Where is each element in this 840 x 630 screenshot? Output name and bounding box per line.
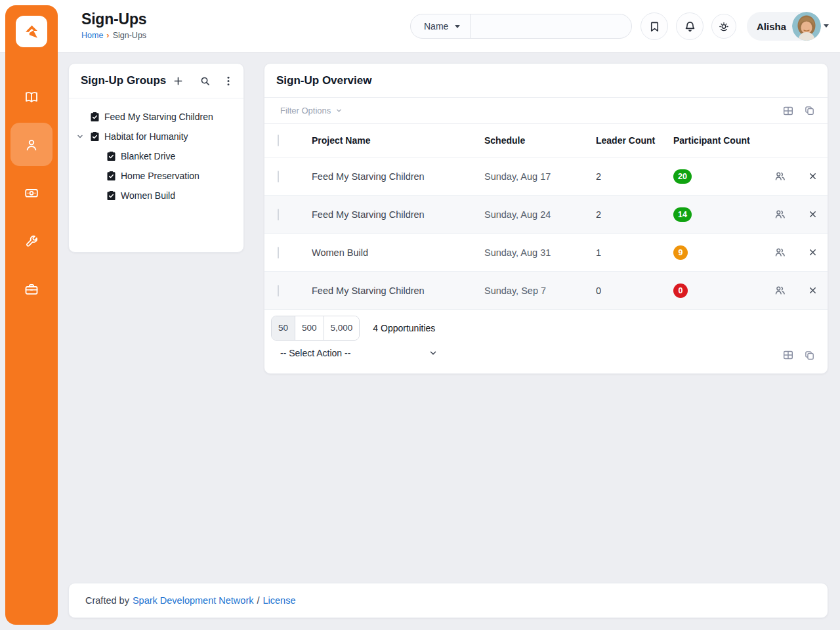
tree-item[interactable]: Feed My Starving Children — [69, 107, 243, 127]
grid-layout-icon — [783, 106, 793, 116]
delete-row-button[interactable] — [796, 171, 829, 181]
rock-logo-icon — [22, 22, 41, 41]
overview-header: Sign-Up Overview — [264, 64, 828, 98]
column-header-participants[interactable]: Participant Count — [673, 135, 763, 146]
clipboard-check-icon — [90, 131, 100, 142]
column-header-schedule[interactable]: Schedule — [484, 135, 596, 146]
tree-expand-toggle[interactable] — [76, 133, 90, 140]
delete-row-button[interactable] — [796, 209, 829, 219]
wrench-icon — [24, 234, 39, 249]
clipboard-check-icon — [106, 151, 116, 161]
sidebar-item-work[interactable] — [24, 282, 39, 297]
delete-row-button[interactable] — [796, 247, 829, 257]
tree-item[interactable]: Habitat for Humanity — [69, 127, 243, 146]
tree-item-label: Women Build — [121, 190, 175, 201]
clipboard-check-icon — [106, 190, 116, 201]
bookmark-button[interactable] — [640, 12, 668, 40]
page-footer: Crafted by Spark Development Network / L… — [68, 583, 828, 618]
page-size-button-5000[interactable]: 5,000 — [324, 316, 360, 340]
page-size-group: 50 500 5,000 — [271, 316, 360, 341]
select-all-checkbox[interactable] — [278, 135, 279, 146]
people-icon — [774, 247, 786, 258]
groups-panel-title: Sign-Up Groups — [81, 74, 166, 87]
tree-item-label: Home Preservation — [121, 171, 200, 181]
row-checkbox[interactable] — [278, 171, 279, 182]
search-scope-dropdown[interactable]: Name — [411, 14, 471, 38]
grid-tools-bottom — [783, 350, 814, 360]
app-logo[interactable] — [16, 16, 47, 47]
groups-options-button[interactable] — [227, 76, 230, 86]
tree-item[interactable]: Blanket Drive — [69, 146, 243, 166]
cell-project-name: Feed My Starving Children — [312, 171, 484, 182]
cell-schedule: Sunday, Sep 7 — [484, 285, 596, 296]
chevron-down-icon — [76, 133, 84, 140]
search-input[interactable] — [471, 14, 631, 38]
breadcrumb-home-link[interactable]: Home — [81, 31, 103, 40]
table-row[interactable]: Women Build Sunday, Aug 31 1 9 — [264, 233, 828, 271]
cell-schedule: Sunday, Aug 31 — [484, 247, 596, 258]
sidebar-item-finance[interactable] — [24, 185, 39, 201]
participant-count-badge: 20 — [673, 169, 692, 184]
close-icon — [808, 285, 818, 295]
footer-network-link[interactable]: Spark Development Network — [133, 595, 254, 606]
row-checkbox[interactable] — [278, 285, 279, 297]
manage-participants-button[interactable] — [763, 285, 796, 296]
footer-license-link[interactable]: License — [263, 595, 296, 606]
add-group-button[interactable] — [173, 76, 183, 86]
delete-row-button[interactable] — [796, 285, 829, 295]
clipboard-check-icon — [106, 171, 116, 181]
chevron-down-icon — [335, 107, 343, 114]
column-settings-button[interactable] — [783, 106, 793, 116]
filter-options-label: Filter Options — [280, 106, 331, 116]
user-name: Alisha — [757, 21, 786, 32]
column-settings-button[interactable] — [783, 350, 793, 360]
column-header-project[interactable]: Project Name — [312, 135, 484, 146]
people-icon — [774, 285, 786, 296]
cell-leader-count: 1 — [596, 247, 673, 258]
column-header-leaders[interactable]: Leader Count — [596, 135, 673, 146]
row-checkbox[interactable] — [278, 209, 279, 220]
tree-item[interactable]: Home Preservation — [69, 166, 243, 186]
close-icon — [808, 171, 818, 181]
table-row[interactable]: Feed My Starving Children Sunday, Aug 17… — [264, 157, 828, 195]
sidebar-item-library[interactable] — [24, 89, 39, 105]
sidebar-item-tools[interactable] — [24, 234, 39, 249]
manage-participants-button[interactable] — [763, 171, 796, 182]
table-header-row: Project Name Schedule Leader Count Parti… — [264, 124, 828, 157]
manage-participants-button[interactable] — [763, 247, 796, 258]
table-row[interactable]: Feed My Starving Children Sunday, Aug 24… — [264, 195, 828, 233]
select-action-dropdown[interactable]: -- Select Action -- — [280, 348, 438, 358]
breadcrumb-separator-icon: › — [106, 32, 109, 39]
user-menu-caret-icon[interactable] — [824, 24, 829, 28]
pager: 50 500 5,000 4 Opportunities — [271, 316, 828, 341]
page-heading: Sign-Ups Home › Sign-Ups — [81, 10, 146, 40]
footer-separator: / — [257, 595, 259, 606]
tree-item-label: Habitat for Humanity — [104, 131, 188, 142]
kebab-menu-icon — [227, 76, 230, 86]
plus-icon — [173, 76, 183, 86]
cash-icon — [24, 185, 39, 201]
search-groups-button[interactable] — [200, 76, 210, 86]
filter-row: Filter Options — [264, 98, 828, 124]
select-action-label: -- Select Action -- — [280, 348, 350, 358]
sunrise-icon — [718, 20, 730, 32]
copy-grid-button[interactable] — [805, 106, 814, 116]
copy-icon — [805, 350, 814, 360]
notifications-button[interactable] — [676, 12, 704, 40]
sidebar-item-people[interactable] — [24, 137, 39, 153]
copy-grid-button[interactable] — [805, 350, 814, 360]
theme-toggle-button[interactable] — [711, 14, 736, 39]
chevron-down-icon — [429, 348, 438, 358]
filter-options-toggle[interactable]: Filter Options — [280, 106, 343, 116]
page-size-button-500[interactable]: 500 — [295, 316, 324, 340]
copy-icon — [805, 106, 814, 116]
page-size-button-50[interactable]: 50 — [272, 316, 295, 340]
user-menu[interactable]: Alisha — [747, 12, 821, 41]
breadcrumb-current: Sign-Ups — [113, 31, 146, 40]
manage-participants-button[interactable] — [763, 209, 796, 220]
grid-layout-icon — [783, 350, 793, 360]
row-checkbox[interactable] — [278, 247, 279, 259]
cell-leader-count: 0 — [596, 285, 673, 296]
table-row[interactable]: Feed My Starving Children Sunday, Sep 7 … — [264, 271, 828, 309]
tree-item[interactable]: Women Build — [69, 186, 243, 205]
